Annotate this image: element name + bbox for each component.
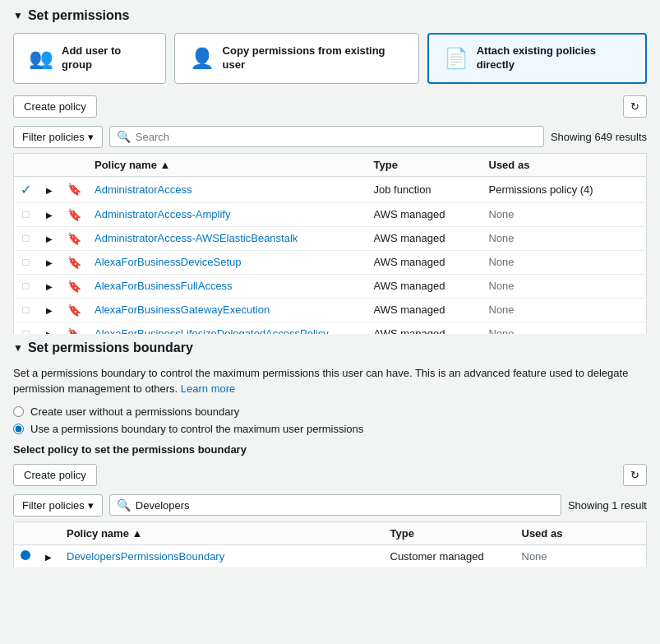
row-used-as-cell: None [482,322,647,334]
col-header-policy-name[interactable]: Policy name ▲ [88,153,367,176]
row-expand-cell[interactable]: ▶ [38,322,61,334]
boundary-filter-label: Filter policies [22,499,85,512]
boundary-row-name-cell: DevelopersPermissionsBoundary [60,544,384,568]
policy-name-link[interactable]: AlexaForBusinessFullAccess [95,280,233,292]
learn-more-link[interactable]: Learn more [181,382,235,395]
col-header-type: Type [367,153,482,176]
table-row: □ ▶ 🔖 AdministratorAccess-AWSElasticBean… [14,226,647,250]
set-permissions-title: Set permissions [28,8,130,23]
row-checkbox-cell[interactable]: □ [14,202,39,226]
policy-name-link[interactable]: AlexaForBusinessGatewayExecution [95,303,270,316]
boundary-description: Set a permissions boundary to control th… [13,365,647,397]
policies-table-wrapper: Policy name ▲ Type Used as ✓ ▶ 🔖 Adminis… [13,153,647,334]
none-label: None [489,256,515,268]
policy-name-link[interactable]: AlexaForBusinessDeviceSetup [95,256,241,268]
boundary-filter-search-row: Filter policies ▾ 🔍 Showing 1 result [13,494,647,517]
row-policy-name-cell: AdministratorAccess-Amplify [88,202,367,226]
policy-icon: 🔖 [67,183,81,196]
row-icon-cell: 🔖 [61,176,88,202]
boundary-section-header: ▼ Set permissions boundary [13,341,647,355]
boundary-col-header-policy-name[interactable]: Policy name ▲ [60,521,384,544]
card-add-user-group[interactable]: 👥 Add user to group [13,33,166,84]
row-checkbox-cell[interactable]: □ [14,250,39,274]
policy-name-link[interactable]: AdministratorAccess-Amplify [95,208,230,220]
boundary-section-title: Set permissions boundary [28,341,193,355]
card-copy-permissions[interactable]: 👤 Copy permissions from existing user [174,33,419,84]
col-header-expand [38,153,61,176]
policy-icon: 🔖 [67,327,81,334]
expand-button[interactable]: ▶ [44,186,54,195]
boundary-create-policy-button[interactable]: Create policy [13,464,97,486]
table-row: □ ▶ 🔖 AlexaForBusinessGatewayExecution A… [14,298,647,322]
row-checkbox-cell[interactable]: ✓ [14,176,39,202]
policy-name-link[interactable]: AdministratorAccess [95,183,192,196]
card-copy-permissions-label: Copy permissions from existing user [223,44,404,72]
row-expand-cell[interactable]: ▶ [38,298,61,322]
card-attach-policies-label: Attach existing policies directly [477,44,630,72]
row-used-as-cell: Permissions policy (4) [482,176,647,202]
radio-use-boundary: Use a permissions boundary to control th… [13,423,647,435]
filter-policies-button[interactable]: Filter policies ▾ [13,126,103,148]
row-icon-cell: 🔖 [61,226,88,250]
row-icon-cell: 🔖 [61,322,88,334]
row-type-cell: AWS managed [367,250,482,274]
search-input[interactable] [136,131,537,143]
checkbox-unchecked-icon: □ [23,303,30,316]
policy-icon: 🔖 [67,232,81,245]
policy-icon: 🔖 [67,208,81,221]
expand-button[interactable]: ▶ [44,330,54,334]
boundary-filter-policies-button[interactable]: Filter policies ▾ [13,494,103,517]
search-box: 🔍 [109,126,544,147]
expand-button[interactable]: ▶ [44,258,54,267]
table-row: □ ▶ 🔖 AlexaForBusinessDeviceSetup AWS ma… [14,250,647,274]
row-type-cell: Job function [367,176,482,202]
row-checkbox-cell[interactable]: □ [14,226,39,250]
sort-icon: ▲ [159,159,170,171]
row-type-cell: AWS managed [367,226,482,250]
checkbox-checked-icon: ✓ [21,183,31,197]
boundary-chevron-icon: ▼ [13,342,23,354]
create-policy-button[interactable]: Create policy [13,95,97,118]
row-policy-name-cell: AlexaForBusinessDeviceSetup [88,250,367,274]
boundary-policy-name-link[interactable]: DevelopersPermissionsBoundary [67,550,224,563]
boundary-row-used-as-cell: None [515,544,647,568]
group-icon: 👥 [29,47,53,70]
row-expand-cell[interactable]: ▶ [38,176,61,202]
row-expand-cell[interactable]: ▶ [38,226,61,250]
row-policy-name-cell: AdministratorAccess-AWSElasticBeanstalk [88,226,367,250]
row-used-as-cell: None [482,250,647,274]
radio-no-boundary-input[interactable] [13,406,24,417]
policy-name-link[interactable]: AlexaForBusinessLifesizeDelegatedAccessP… [95,327,329,334]
boundary-section: ▼ Set permissions boundary Set a permiss… [13,341,647,568]
policy-name-link[interactable]: AdministratorAccess-AWSElasticBeanstalk [95,232,298,244]
boundary-row-select-cell[interactable] [14,544,38,568]
row-icon-cell: 🔖 [61,250,88,274]
expand-button[interactable]: ▶ [44,211,54,220]
col-header-checkbox [14,153,39,176]
row-used-as-cell: None [482,226,647,250]
boundary-refresh-button[interactable]: ↻ [623,464,647,486]
row-checkbox-cell[interactable]: □ [14,322,39,334]
boundary-search-input[interactable] [136,499,554,512]
radio-use-boundary-input[interactable] [13,424,24,434]
boundary-row-expand-cell[interactable]: ▶ [37,544,60,568]
policies-table-scroll[interactable]: Policy name ▲ Type Used as ✓ ▶ 🔖 Adminis… [13,153,647,334]
toolbar-row: Create policy ↻ [13,95,647,118]
expand-button[interactable]: ▶ [44,234,54,243]
filter-policies-label: Filter policies [22,131,85,143]
row-expand-cell[interactable]: ▶ [38,250,61,274]
none-label: None [489,232,515,244]
filter-search-row: Filter policies ▾ 🔍 Showing 649 results [13,126,647,148]
refresh-button[interactable]: ↻ [623,95,647,118]
expand-button[interactable]: ▶ [44,306,54,315]
boundary-expand-button[interactable]: ▶ [44,553,53,562]
row-expand-cell[interactable]: ▶ [38,274,61,298]
row-checkbox-cell[interactable]: □ [14,298,39,322]
expand-button[interactable]: ▶ [44,282,54,291]
row-used-as-cell: None [482,202,647,226]
row-checkbox-cell[interactable]: □ [14,274,39,298]
card-attach-policies[interactable]: 📄 Attach existing policies directly [427,33,647,84]
row-used-as-cell: None [482,274,647,298]
card-add-user-group-label: Add user to group [62,44,150,72]
row-expand-cell[interactable]: ▶ [38,202,61,226]
